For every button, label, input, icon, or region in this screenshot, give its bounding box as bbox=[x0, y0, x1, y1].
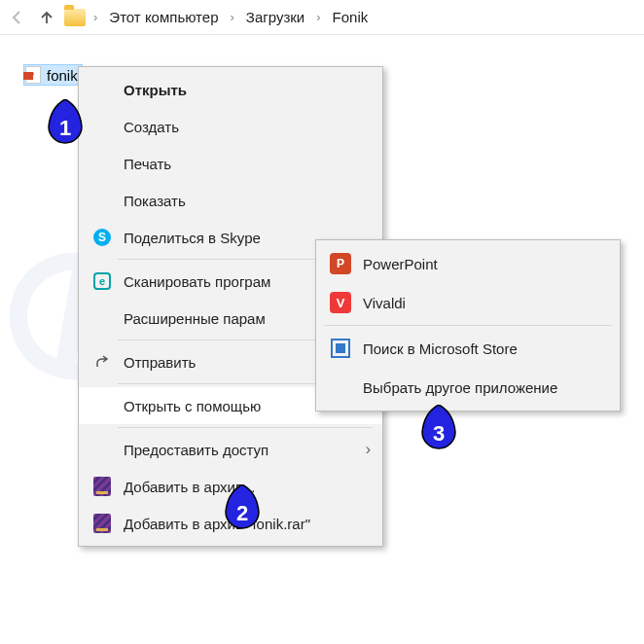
menu-open[interactable]: Открыть bbox=[79, 71, 382, 108]
callout-1: 1 bbox=[45, 99, 86, 150]
share-icon bbox=[92, 352, 112, 372]
callout-3: 3 bbox=[418, 405, 459, 455]
menu-create[interactable]: Создать bbox=[79, 108, 382, 145]
file-item[interactable]: fonik bbox=[23, 64, 83, 86]
menu-show[interactable]: Показать bbox=[79, 182, 382, 219]
breadcrumb-root[interactable]: Этот компьютер bbox=[105, 9, 222, 25]
menu-separator bbox=[324, 325, 612, 326]
submenu-ms-store[interactable]: Поиск в Microsoft Store bbox=[316, 329, 620, 368]
menu-separator bbox=[118, 427, 373, 428]
folder-icon bbox=[64, 9, 86, 26]
up-button[interactable] bbox=[35, 6, 58, 29]
winrar-icon bbox=[93, 514, 111, 533]
svg-text:1: 1 bbox=[59, 116, 71, 140]
submenu-choose-other[interactable]: Выбрать другое приложение bbox=[316, 368, 620, 407]
skype-icon: S bbox=[93, 229, 111, 246]
chevron-right-icon: › bbox=[91, 10, 99, 24]
chevron-right-icon: › bbox=[314, 10, 322, 24]
svg-text:3: 3 bbox=[433, 421, 445, 446]
file-name: fonik bbox=[47, 67, 78, 84]
menu-grant-access[interactable]: Предоставить доступ› bbox=[79, 431, 382, 468]
address-bar: › Этот компьютер › Загрузки › Fonik bbox=[0, 0, 644, 35]
eset-icon: e bbox=[93, 272, 111, 290]
ms-store-icon bbox=[330, 338, 351, 359]
powerpoint-icon: P bbox=[330, 253, 351, 274]
submenu-vivaldi[interactable]: VVivaldi bbox=[316, 283, 620, 322]
breadcrumb-leaf[interactable]: Fonik bbox=[329, 9, 373, 25]
submenu-powerpoint[interactable]: PPowerPoint bbox=[316, 244, 620, 283]
menu-print[interactable]: Печать bbox=[79, 145, 382, 182]
winrar-icon bbox=[93, 477, 111, 496]
chevron-right-icon: › bbox=[229, 10, 236, 24]
back-button[interactable] bbox=[6, 6, 29, 29]
chevron-right-icon: › bbox=[366, 441, 371, 458]
callout-2: 2 bbox=[222, 484, 263, 535]
breadcrumb-mid[interactable]: Загрузки bbox=[242, 9, 308, 25]
powerpoint-file-icon bbox=[25, 66, 41, 84]
svg-text:2: 2 bbox=[236, 501, 248, 525]
open-with-submenu: PPowerPoint VVivaldi Поиск в Microsoft S… bbox=[315, 239, 621, 411]
vivaldi-icon: V bbox=[330, 292, 351, 313]
